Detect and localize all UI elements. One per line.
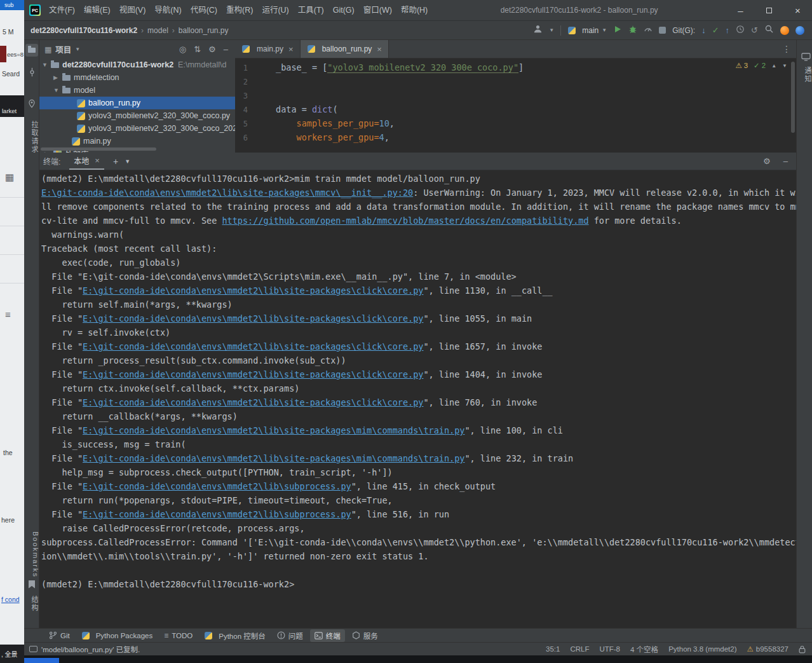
python-interpreter[interactable]: Python 3.8 (mmdet2) — [668, 645, 736, 653]
terminal-link[interactable]: E:\git-conda-ide\conda\envs\mmdet2\lib\s… — [83, 481, 351, 491]
run-configuration-selector[interactable]: main ▼ — [567, 26, 607, 35]
terminal-settings-icon[interactable]: ⚙ — [761, 156, 773, 166]
locate-file-button[interactable]: ◎ — [177, 44, 188, 54]
menu-item[interactable]: Git(G) — [328, 0, 359, 20]
profile-icon[interactable] — [795, 26, 804, 35]
terminal-link[interactable]: E:\git-conda-ide\conda\envs\mmdet2\lib\s… — [83, 313, 423, 324]
tool-button-services[interactable]: 服务 — [348, 629, 382, 642]
bookmark-icon[interactable] — [25, 578, 38, 591]
chevron-down-icon[interactable]: ▼ — [53, 87, 62, 93]
run-button[interactable] — [613, 25, 622, 36]
menu-item[interactable]: 窗口(W) — [359, 0, 396, 20]
breadcrumb-item[interactable]: model — [147, 26, 168, 35]
bookmarks-tool-button[interactable]: Bookmarks — [24, 531, 39, 578]
project-panel-title[interactable]: 项目 — [55, 43, 71, 55]
tree-item-yolov3-coco[interactable]: yolov3_mobilenetv2_320_300e_coco.py — [39, 109, 235, 122]
tool-button-git[interactable]: Git — [44, 630, 74, 641]
prev-problem-icon[interactable]: ▲ — [771, 63, 776, 69]
device-icon[interactable] — [799, 50, 812, 63]
profiler-button[interactable] — [644, 25, 653, 36]
inspections-widget[interactable]: ⚠3 ✓2 ▲ ▼ — [735, 61, 787, 70]
minimize-button[interactable]: – — [726, 0, 755, 21]
notifications-tool-button[interactable]: 通知 — [797, 67, 812, 83]
terminal-link[interactable]: E:\git-conda-ide\conda\envs\mmdet2\lib\s… — [83, 425, 464, 435]
maximize-button[interactable] — [755, 0, 783, 21]
chevron-down-icon[interactable]: ▼ — [125, 158, 130, 165]
tool-button-todo[interactable]: ≡ TODO — [159, 630, 197, 641]
close-icon[interactable]: × — [288, 44, 294, 54]
terminal-minimize-icon[interactable]: – — [782, 156, 790, 166]
tool-button-problems[interactable]: 问题 — [273, 629, 308, 642]
editor-scrollbar[interactable] — [791, 62, 795, 133]
git-menu-label[interactable]: Git(G): — [672, 26, 695, 35]
menu-item[interactable]: 重构(R) — [222, 0, 257, 20]
tool-button-python-packages[interactable]: Python Packages — [77, 631, 158, 641]
close-icon[interactable]: × — [95, 156, 100, 165]
breadcrumb-item[interactable]: det2280cvfull170cu116-work2 — [30, 26, 137, 35]
menu-item[interactable]: 帮助(H) — [396, 0, 432, 20]
tree-item-model[interactable]: ▼ model — [39, 84, 235, 97]
background-link[interactable]: f cond — [1, 596, 20, 603]
tree-item-project-root[interactable]: ▼ det2280cvfull170cu116-work2 E:\mmdetal… — [39, 58, 235, 71]
code-editor[interactable]: 1_base_ = ["yolov3_mobilenetv2_320_300e_… — [235, 58, 796, 153]
stop-button[interactable] — [659, 27, 666, 34]
tool-button-terminal[interactable]: 终端 — [310, 629, 345, 642]
git-push-icon[interactable]: ↑ — [726, 26, 730, 34]
terminal-tab-local[interactable]: 本地 × — [69, 153, 104, 170]
tab-main-py[interactable]: main.py × — [235, 40, 301, 58]
tab-balloon-run-py[interactable]: balloon_run.py × — [301, 40, 389, 58]
hide-panel-button[interactable]: – — [222, 44, 230, 54]
panel-settings-icon[interactable]: ⚙ — [206, 44, 218, 54]
tree-item-main-py[interactable]: main.py — [39, 135, 235, 147]
breadcrumb-item[interactable]: balloon_run.py — [179, 26, 229, 35]
tree-item-mmdetection[interactable]: ▶ mmdetection — [39, 71, 235, 84]
commit-tool-button[interactable] — [25, 65, 38, 78]
pull-requests-tool-button[interactable]: 拉取请求 — [24, 121, 39, 154]
terminal-link[interactable]: E:\git-conda-ide\conda\envs\mmdet2\lib\s… — [83, 285, 423, 296]
project-tool-button[interactable] — [25, 44, 38, 57]
menu-item[interactable]: 导航(N) — [150, 0, 186, 20]
menu-item[interactable]: 文件(F) — [44, 0, 79, 20]
terminal-link[interactable]: E:\git-conda-ide\conda\envs\mmdet2\lib\s… — [41, 188, 413, 198]
terminal-link[interactable]: E:\git-conda-ide\conda\envs\mmdet2\lib\s… — [83, 509, 351, 519]
terminal-link[interactable]: https://github.com/open-mmlab/mmcv/blob/… — [222, 215, 588, 226]
menu-item[interactable]: 代码(C) — [186, 0, 222, 20]
terminal-output[interactable]: (mmdet2) E:\mmdetall\det2280cvfull170cu1… — [39, 170, 796, 627]
debug-button[interactable] — [628, 25, 637, 36]
history-icon[interactable] — [736, 25, 745, 36]
tree-item-yolov3-coco-202[interactable]: yolov3_mobilenetv2_320_300e_coco_202 — [39, 122, 235, 135]
close-button[interactable]: × — [783, 0, 812, 21]
tab-options-icon[interactable]: ⋮ — [777, 44, 796, 54]
event-icon[interactable] — [780, 26, 789, 35]
lock-icon[interactable] — [799, 645, 806, 653]
user-account-icon[interactable] — [533, 24, 543, 36]
git-commit-icon[interactable]: ✓ — [712, 26, 719, 34]
build-status[interactable]: ⚠b9558327 — [747, 645, 788, 653]
file-encoding[interactable]: UTF-8 — [599, 645, 620, 653]
menu-item[interactable]: 工具(T) — [294, 0, 328, 20]
chevron-down-icon[interactable]: ▼ — [42, 62, 50, 68]
terminal-link[interactable]: E:\git-conda-ide\conda\envs\mmdet2\lib\s… — [83, 341, 423, 352]
search-icon[interactable] — [764, 24, 774, 36]
pin-tool-button[interactable] — [25, 97, 38, 110]
caret-position[interactable]: 35:1 — [546, 645, 560, 653]
chevron-down-icon[interactable]: ▼ — [75, 46, 80, 52]
terminal-link[interactable]: E:\git-conda-ide\conda\envs\mmdet2\lib\s… — [83, 453, 464, 463]
new-terminal-button[interactable]: + — [113, 156, 118, 167]
menu-item[interactable]: 视图(V) — [115, 0, 151, 20]
menu-item[interactable]: 编辑(E) — [79, 0, 115, 20]
git-update-icon[interactable]: ↓ — [701, 26, 706, 34]
expand-collapse-button[interactable]: ⇅ — [192, 44, 203, 54]
tree-item-balloon-run-py[interactable]: balloon_run.py — [39, 97, 235, 109]
chevron-right-icon[interactable]: ▶ — [53, 74, 62, 81]
rollback-icon[interactable]: ↺ — [751, 26, 758, 34]
next-problem-icon[interactable]: ▼ — [782, 63, 787, 69]
tool-button-python-console[interactable]: Python 控制台 — [200, 629, 270, 642]
status-bar-icon[interactable] — [29, 646, 37, 652]
menu-item[interactable]: 运行(U) — [257, 0, 293, 20]
indent-style[interactable]: 4 个空格 — [630, 644, 658, 654]
terminal-link[interactable]: E:\git-conda-ide\conda\envs\mmdet2\lib\s… — [83, 369, 423, 379]
terminal-link[interactable]: E:\git-conda-ide\conda\envs\mmdet2\lib\s… — [83, 397, 423, 407]
horizontal-scrollbar[interactable] — [41, 147, 156, 151]
close-icon[interactable]: × — [377, 44, 382, 54]
